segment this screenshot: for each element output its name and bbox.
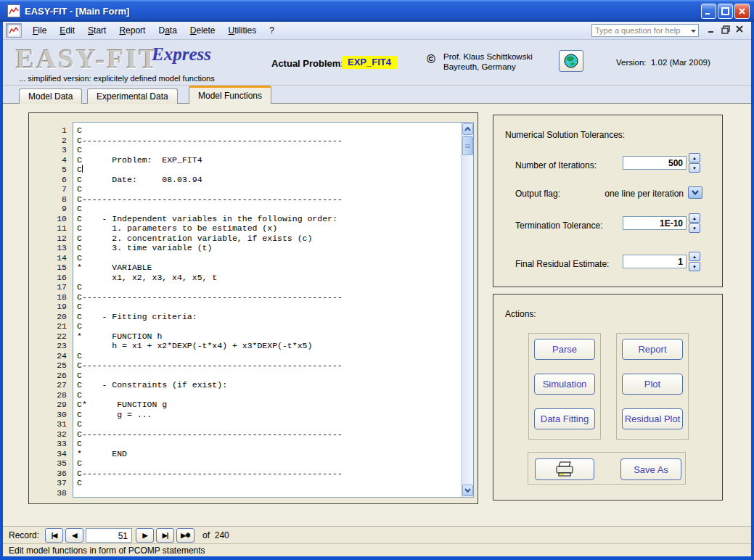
line-number: 7: [29, 184, 67, 194]
text-caret: [82, 165, 83, 173]
title-bar: EASY-FIT - [Main Form]: [0, 0, 754, 22]
line-number: 20: [29, 312, 67, 322]
menu-report[interactable]: Report: [112, 23, 152, 38]
line-number: 32: [29, 429, 67, 440]
spin-up-icon[interactable]: ▲: [689, 153, 700, 162]
record-number-input[interactable]: 51: [86, 528, 132, 543]
actions-title: Actions:: [505, 309, 536, 319]
spin-up-icon[interactable]: ▲: [689, 213, 700, 223]
code-line: C: [77, 351, 460, 361]
status-text: Edit model functions in form of PCOMP st…: [9, 545, 205, 556]
next-record-button[interactable]: ▶: [136, 528, 154, 543]
mdi-minimize-button[interactable]: [708, 25, 716, 36]
new-record-button[interactable]: ▶✱: [176, 528, 194, 543]
residual-field[interactable]: 1: [623, 255, 687, 268]
chevron-down-icon: [692, 190, 699, 195]
spin-down-icon[interactable]: ▼: [689, 262, 700, 271]
actions-right-group: ReportPlotResidual Plot: [616, 333, 689, 440]
iterations-field[interactable]: 500: [623, 156, 687, 170]
line-number: 13: [29, 243, 67, 253]
last-record-button[interactable]: ▶|: [156, 528, 174, 543]
globe-button[interactable]: [559, 50, 583, 72]
app-chart-icon: [7, 4, 20, 17]
printer-icon: [554, 461, 575, 477]
code-line: C 1. parameters to be estimated (x): [77, 223, 460, 234]
code-line: C---------------------------------------…: [77, 361, 460, 371]
spin-down-icon[interactable]: ▼: [689, 163, 700, 173]
scroll-thumb[interactable]: [462, 136, 473, 155]
residual-label: Final Residual Estimate:: [515, 259, 609, 269]
tab-strip: Model DataExperimental DataModel Functio…: [3, 86, 751, 104]
maximize-button[interactable]: [718, 4, 733, 19]
code-line: C 3. time variable (t): [77, 243, 460, 253]
termination-spinner[interactable]: ▲ ▼: [689, 213, 700, 233]
model-functions-editor-panel: 1234567891011121314151617181920212223242…: [28, 112, 478, 504]
line-number: 23: [29, 341, 67, 351]
line-number: 29: [29, 400, 67, 410]
menu-utilities[interactable]: Utilities: [222, 23, 263, 38]
line-number: 31: [29, 419, 67, 429]
menu-file[interactable]: File: [26, 23, 53, 38]
output-flag-dropdown[interactable]: [688, 186, 702, 199]
line-number: 35: [29, 458, 67, 469]
first-record-button[interactable]: |◀: [45, 528, 63, 543]
simulation-button[interactable]: Simulation: [534, 374, 595, 395]
code-line: C---------------------------------------…: [77, 292, 460, 302]
report-button[interactable]: Report: [622, 339, 683, 360]
spin-down-icon[interactable]: ▼: [689, 223, 700, 233]
code-line: C Date: 08.03.94: [77, 175, 460, 185]
tab-model-functions[interactable]: Model Functions: [189, 86, 271, 104]
menu-delete[interactable]: Delete: [184, 23, 222, 38]
menu-start[interactable]: Start: [81, 23, 112, 38]
tab-model-data[interactable]: Model Data: [19, 88, 82, 104]
tab-experimental-data[interactable]: Experimental Data: [87, 88, 178, 104]
menu-data[interactable]: Data: [152, 23, 183, 38]
help-dropdown-icon[interactable]: [690, 26, 697, 35]
code-line: C: [77, 184, 460, 194]
code-lines: CC--------------------------------------…: [77, 125, 460, 498]
menu-edit[interactable]: Edit: [53, 23, 81, 38]
spin-up-icon[interactable]: ▲: [689, 252, 700, 261]
residual-spinner[interactable]: ▲ ▼: [689, 252, 700, 271]
parse-button[interactable]: Parse: [534, 339, 595, 360]
code-line: C: [77, 282, 460, 292]
menu-bar: FileEditStartReportDataDeleteUtilities? …: [3, 22, 751, 40]
toolbar-chart-icon[interactable]: [6, 23, 22, 38]
menu-help[interactable]: ?: [263, 23, 281, 38]
data-fitting-button[interactable]: Data Fitting: [534, 408, 595, 429]
line-number: 15: [29, 263, 67, 273]
code-editor[interactable]: CC--------------------------------------…: [73, 122, 474, 498]
previous-record-button[interactable]: ◀: [65, 528, 83, 543]
code-line: C: [77, 371, 460, 381]
line-number: 12: [29, 234, 67, 244]
code-line: * FUNCTION h: [77, 332, 460, 342]
code-line: C* FUNCTION g: [77, 400, 460, 410]
minimize-button[interactable]: [701, 4, 716, 19]
code-line: * VARIABLE: [77, 263, 460, 273]
editor-scrollbar[interactable]: [461, 123, 473, 497]
print-button[interactable]: [535, 458, 594, 480]
line-number: 2: [29, 136, 67, 146]
scroll-up-button[interactable]: [462, 123, 473, 135]
actual-problem-label: Actual Problem:: [271, 58, 344, 69]
scroll-down-button[interactable]: [462, 485, 473, 496]
save-as-button[interactable]: Save As: [620, 458, 681, 480]
code-line: C: [77, 204, 460, 214]
actual-problem-value: EXP_FIT4: [342, 56, 397, 69]
menu-items: FileEditStartReportDataDeleteUtilities?: [26, 23, 281, 38]
help-placeholder: Type a question for help: [595, 26, 680, 35]
iterations-spinner[interactable]: ▲ ▼: [689, 153, 700, 173]
status-bar: Edit model functions in form of PCOMP st…: [3, 543, 751, 556]
plot-button[interactable]: Plot: [622, 374, 683, 395]
close-button[interactable]: [734, 4, 750, 19]
code-line: C: [77, 458, 460, 469]
line-number: 28: [29, 390, 67, 400]
line-numbers: 1234567891011121314151617181920212223242…: [29, 125, 67, 498]
residual-plot-button[interactable]: Residual Plot: [622, 408, 683, 429]
mdi-restore-button[interactable]: [721, 25, 730, 36]
line-number: 6: [29, 175, 67, 185]
help-search-input[interactable]: Type a question for help: [591, 24, 699, 37]
termination-field[interactable]: 1E-10: [623, 216, 687, 230]
logo-express: Express: [152, 44, 211, 65]
mdi-close-button[interactable]: [736, 25, 744, 36]
